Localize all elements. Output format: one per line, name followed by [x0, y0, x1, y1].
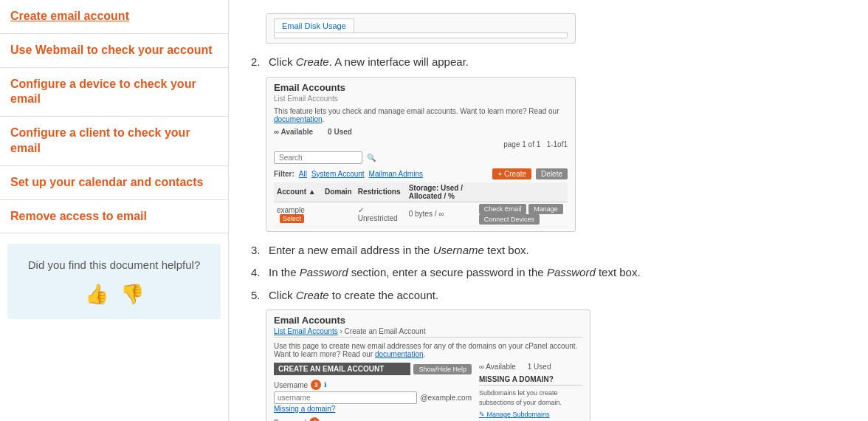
step-2-text: Click Create. A new interface will appea…: [269, 54, 469, 71]
mock2-col-domain: Domain: [322, 182, 355, 202]
mock3-doc-link[interactable]: documentation: [375, 350, 424, 358]
mock3-list-link[interactable]: List Email Accounts: [274, 327, 338, 335]
mock3-domain-text: @example.com: [420, 394, 472, 402]
mock2-create-btn[interactable]: + Create: [492, 168, 531, 179]
mock2-used: 0 Used: [328, 128, 352, 136]
mock3-side-missing-title: MISSING A DOMAIN?: [479, 375, 582, 386]
step-4-italic1: Password: [300, 266, 348, 278]
mock3-form-col: CREATE AN EMAIL ACCOUNT Show/Hide Help U…: [274, 363, 472, 421]
feedback-buttons: 👍 👎: [18, 283, 210, 306]
mock3-two-col: CREATE AN EMAIL ACCOUNT Show/Hide Help U…: [274, 363, 582, 421]
sidebar-nav: Create email accountUse Webmail to check…: [0, 0, 228, 233]
mock2-row-badge: Select: [280, 214, 304, 223]
step-2-num: 2.: [251, 54, 264, 71]
step-4-italic2: Password: [547, 266, 596, 278]
mock2-table-row: example Select ✓ Unrestricted 0 bytes / …: [274, 202, 568, 226]
mock2-doc-link[interactable]: documentation: [274, 115, 323, 123]
sidebar: Create email accountUse Webmail to check…: [0, 0, 229, 421]
mock2-col-storage: Storage: Used / Allocated / %: [406, 182, 476, 202]
sidebar-link-remove-access[interactable]: Remove access to email: [0, 200, 228, 233]
mock2-filter-label: Filter:: [274, 170, 294, 178]
mock2-row-restrictions: ✓ Unrestricted: [355, 202, 406, 226]
sidebar-item-remove-access[interactable]: Remove access to email: [0, 200, 228, 234]
mock2-filter-all[interactable]: All: [299, 170, 307, 178]
mock3-avail-used: 1 Used: [528, 363, 551, 371]
thumbs-down-button[interactable]: 👎: [120, 283, 144, 306]
mock3-username-num: 3: [311, 380, 321, 390]
sidebar-item-use-webmail[interactable]: Use Webmail to check your account: [0, 34, 228, 68]
feedback-box: Did you find this document helpful? 👍 👎: [7, 244, 221, 319]
sidebar-item-configure-device[interactable]: Configure a device to check your email: [0, 68, 228, 117]
mock3-password-label: Password 4: [274, 417, 472, 421]
sidebar-item-configure-client[interactable]: Configure a client to check your email: [0, 117, 228, 166]
mock3-section-title: CREATE AN EMAIL ACCOUNT: [274, 363, 410, 375]
mock2-col-account: Account ▲: [274, 182, 322, 202]
mock3-missing-domain[interactable]: Missing a domain?: [274, 405, 335, 413]
screenshot-1: Email Disk Usage: [266, 13, 576, 44]
feedback-question: Did you find this document helpful?: [18, 257, 210, 273]
mock2-toolbar: 🔍: [274, 151, 568, 164]
sidebar-link-use-webmail[interactable]: Use Webmail to check your account: [0, 34, 228, 67]
sidebar-link-configure-device[interactable]: Configure a device to check your email: [0, 68, 228, 117]
mock2-row-account: example Select: [274, 202, 322, 226]
mock2-check-email-btn[interactable]: Check Email: [479, 204, 527, 214]
mock2-pagination: page 1 of 1 1-1of1: [274, 140, 568, 148]
mock2-row-actions: Check Email Manage Connect Devices: [476, 202, 568, 226]
mock2-subtitle: List Email Accounts: [274, 95, 568, 103]
mock3-username-input[interactable]: [274, 391, 417, 404]
mock3-help-btn[interactable]: Show/Hide Help: [413, 364, 472, 374]
mock3-username-row: Username 3 ℹ @example.com Missing a doma…: [274, 380, 472, 413]
mock3-missing-domain-section: MISSING A DOMAIN? Subdomains let you cre…: [479, 375, 582, 418]
mock2-available: ∞ Available: [274, 128, 313, 136]
mock3-description: Use this page to create new email addres…: [274, 342, 582, 358]
mock2-manage-btn[interactable]: Manage: [528, 204, 563, 214]
mock2-col-restrictions: Restrictions: [355, 182, 406, 202]
sidebar-link-configure-client[interactable]: Configure a client to check your email: [0, 117, 228, 165]
mock2-title: Email Accounts: [274, 82, 568, 93]
mock3-password-row: Password 4 Set password now Send login l…: [274, 417, 472, 421]
step-2: 2. Click Create. A new interface will ap…: [251, 54, 846, 71]
mock2-search[interactable]: [274, 151, 362, 164]
step-2-italic: Create: [296, 55, 329, 68]
step-5-num: 5.: [251, 287, 264, 304]
mock3-manage-subdomains-link[interactable]: ✎ Manage Subdomains: [479, 411, 550, 418]
mock3-side-col: ∞ Available 1 Used MISSING A DOMAIN? Sub…: [479, 363, 582, 421]
mock2-col-actions: [476, 182, 568, 202]
mock2-filter-row: Filter: All System Account Mailman Admin…: [274, 168, 568, 179]
mock2-search-icon: 🔍: [367, 154, 376, 162]
mock3-username-label: Username 3 ℹ: [274, 380, 472, 390]
sidebar-link-set-up-calendar[interactable]: Set up your calendar and contacts: [0, 166, 228, 199]
mock2-delete-btn[interactable]: Delete: [536, 168, 568, 179]
screenshot-3: Email Accounts List Email Accounts › Cre…: [266, 309, 590, 421]
mock3-breadcrumb: List Email Accounts › Create an Email Ac…: [274, 327, 582, 338]
step-3-text: Enter a new email address in the Usernam…: [269, 242, 529, 259]
mock2-connect-devices-btn[interactable]: Connect Devices: [479, 214, 540, 225]
mock3-side-missing-text: Subdomains let you create subsections of…: [479, 389, 582, 407]
step-5-text: Click Create to create the account.: [269, 287, 438, 304]
mock2-filter-mailman[interactable]: Mailman Admins: [369, 170, 423, 178]
mock2-description: This feature lets you check and manage e…: [274, 107, 568, 123]
thumbs-up-button[interactable]: 👍: [85, 283, 108, 306]
step-5: 5. Click Create to create the account.: [251, 287, 846, 304]
mock2-table: Account ▲ Domain Restrictions Storage: U…: [274, 182, 568, 227]
email-disk-usage-tab[interactable]: Email Disk Usage: [274, 18, 354, 32]
main-content: Email Disk Usage 2. Click Create. A new …: [229, 0, 868, 421]
mock2-row-storage: 0 bytes / ∞: [406, 202, 476, 226]
mock3-title: Email Accounts: [274, 315, 582, 326]
mock3-info-icon: ℹ: [324, 381, 326, 389]
sidebar-item-set-up-calendar[interactable]: Set up your calendar and contacts: [0, 166, 228, 200]
mock3-avail-label: ∞ Available: [479, 363, 516, 371]
step-4: 4. In the Password section, enter a secu…: [251, 264, 846, 281]
step-3-num: 3.: [251, 242, 264, 259]
screenshot-2: Email Accounts List Email Accounts This …: [266, 77, 576, 232]
step-4-num: 4.: [251, 264, 264, 281]
mock2-filter-system[interactable]: System Account: [311, 170, 365, 178]
mock2-row-domain: [322, 202, 355, 226]
sidebar-link-create-email[interactable]: Create email account: [0, 0, 228, 33]
mock3-password-num: 4: [309, 417, 320, 421]
step-3: 3. Enter a new email address in the User…: [251, 242, 846, 259]
step-3-italic: Username: [433, 244, 484, 256]
sidebar-item-create-email[interactable]: Create email account: [0, 0, 228, 34]
step-5-italic: Create: [296, 289, 329, 301]
mock2-stats: ∞ Available 0 Used: [274, 128, 568, 136]
